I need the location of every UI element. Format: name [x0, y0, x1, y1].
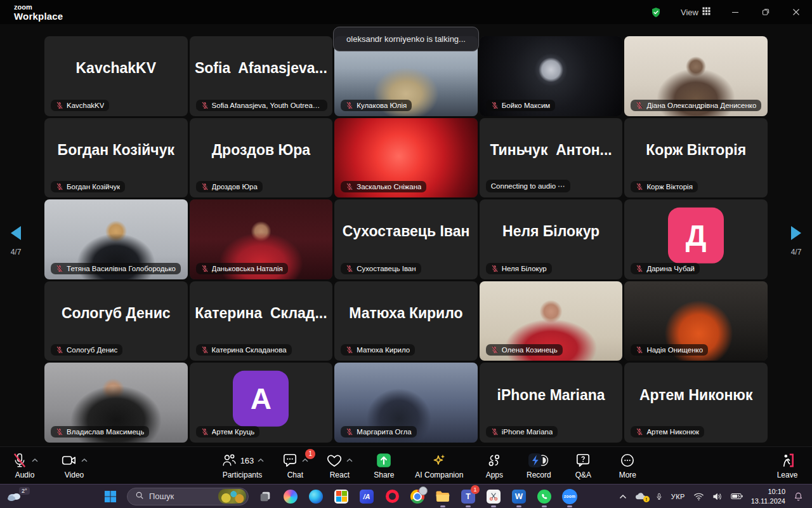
- search-icon: [135, 491, 144, 502]
- audio-chevron-icon[interactable]: [32, 458, 38, 462]
- video-button[interactable]: Video: [61, 452, 88, 479]
- taskbar-file-explorer-icon[interactable]: [434, 487, 452, 506]
- taskbar-edge-icon[interactable]: [307, 487, 325, 506]
- minimize-button[interactable]: [730, 6, 741, 18]
- participant-name: Артем Никонюк: [624, 363, 768, 427]
- participant-label-text: Даньковська Наталія: [212, 265, 283, 272]
- apps-button[interactable]: Apps: [481, 452, 508, 479]
- language-indicator[interactable]: УКР: [671, 493, 685, 500]
- tray-notification-bell-icon[interactable]: [794, 491, 803, 502]
- taskbar-search-box[interactable]: Пошук: [127, 488, 249, 505]
- participant-tile[interactable]: Матюха КирилоМатюха Кирило: [334, 281, 478, 361]
- participant-label: Сухоставець Іван: [341, 263, 421, 274]
- participant-tile[interactable]: Тетяна Василівна Голобородько: [44, 199, 188, 279]
- react-chevron-icon[interactable]: [346, 458, 353, 462]
- participant-tile[interactable]: KavchakKVKavchakKV: [44, 36, 188, 116]
- taskbar-copilot-icon[interactable]: [282, 487, 299, 506]
- participant-tile[interactable]: Надія Онищенко: [624, 281, 768, 361]
- tray-tray-expand-icon[interactable]: [619, 494, 627, 499]
- participant-tile[interactable]: Тиньчук Антон...Connecting to audio ⋯: [480, 118, 623, 198]
- leave-door-icon: [779, 452, 796, 469]
- chat-label: Chat: [287, 471, 303, 479]
- participant-name: Богдан Козійчук: [44, 118, 188, 183]
- participant-name: Неля Білокур: [480, 199, 623, 264]
- participant-tile[interactable]: Катерина Склад...Катерина Складанова: [190, 281, 333, 361]
- weather-widget[interactable]: 2°: [6, 489, 102, 504]
- participant-label: Неля Білокур: [486, 263, 552, 274]
- view-label: View: [681, 8, 698, 17]
- react-button[interactable]: React: [326, 452, 353, 479]
- participant-tile[interactable]: Сологуб ДенисСологуб Денис: [44, 281, 188, 361]
- search-highlight-image[interactable]: [218, 489, 246, 504]
- participants-button[interactable]: 163Participants: [221, 452, 265, 479]
- share-screen-icon: [376, 452, 392, 469]
- participant-label-text: Сухоставець Іван: [357, 265, 416, 272]
- taskbar-ia-app-icon[interactable]: /A: [358, 487, 376, 506]
- chat-chevron-icon[interactable]: [302, 458, 308, 462]
- video-chevron-icon[interactable]: [81, 458, 88, 462]
- tray-onedrive-status-icon[interactable]: !: [635, 492, 647, 500]
- participant-avatar: Д: [668, 208, 724, 264]
- participant-label: Матюха Кирило: [341, 344, 415, 356]
- leave-button[interactable]: Leave: [774, 452, 801, 479]
- taskbar-teams-icon[interactable]: T1: [459, 487, 477, 506]
- more-button[interactable]: More: [614, 452, 641, 479]
- taskbar-snipping-tool-icon[interactable]: [485, 487, 502, 506]
- participant-tile[interactable]: Артем НиконюкАртем Никонюк: [624, 363, 768, 443]
- taskbar-opera-icon[interactable]: [383, 487, 401, 506]
- participant-tile[interactable]: Діана Олександрівна Денисенко: [624, 36, 768, 116]
- participant-tile[interactable]: Маргарита Огла: [334, 363, 478, 443]
- participant-tile[interactable]: iPhone MarianaiPhone Mariana: [480, 363, 623, 443]
- participant-tile[interactable]: Сухоставець ІванСухоставець Іван: [334, 199, 478, 279]
- tray-volume-status-icon[interactable]: [712, 492, 723, 501]
- participants-chevron-icon[interactable]: [258, 458, 264, 462]
- participant-tile[interactable]: Бойко Максим: [480, 36, 623, 116]
- participant-label: Діана Олександрівна Денисенко: [631, 100, 761, 111]
- participant-tile[interactable]: Олена Козинець: [480, 281, 623, 361]
- audio-button[interactable]: Audio: [11, 452, 38, 479]
- taskbar-task-view-icon[interactable]: [256, 487, 274, 506]
- maximize-button[interactable]: [760, 6, 771, 18]
- security-shield-icon[interactable]: [650, 6, 662, 18]
- ai-companion-button[interactable]: AI Companion: [415, 452, 463, 479]
- participant-label-text: Сологуб Денис: [67, 346, 117, 354]
- talking-notification-text: oleksandr korniyenko is talking...: [346, 34, 466, 44]
- participant-tile[interactable]: Владислав Максимець: [44, 363, 188, 443]
- view-button[interactable]: View: [681, 7, 710, 17]
- participant-tile[interactable]: Даньковська Наталія: [190, 199, 333, 279]
- participant-tile[interactable]: Богдан КозійчукБогдан Козійчук: [44, 118, 188, 198]
- participant-tile[interactable]: Sofia Afanasjeva...Sofia Afanasjeva, You…: [190, 36, 333, 116]
- participant-tile[interactable]: ДДарина Чубай: [624, 199, 768, 279]
- chat-button[interactable]: 1Chat: [282, 452, 308, 479]
- participant-tile[interactable]: Заскалько Сніжана: [334, 118, 478, 198]
- tray-battery-status-icon[interactable]: [731, 492, 743, 500]
- taskbar-whatsapp-icon[interactable]: [535, 487, 553, 506]
- participant-tile[interactable]: Неля БілокурНеля Білокур: [480, 199, 623, 279]
- tray-wifi-status-icon[interactable]: [693, 492, 704, 501]
- tray-microphone-status-icon[interactable]: [655, 491, 663, 502]
- participant-tile[interactable]: Дроздов ЮраДроздов Юра: [190, 118, 333, 198]
- participant-tile[interactable]: ААртем Круць: [190, 363, 333, 443]
- ai-sparkle-icon: [431, 452, 447, 469]
- prev-page-arrow-icon: [8, 225, 23, 243]
- participant-tile[interactable]: Корж ВікторіяКорж Вікторія: [624, 118, 768, 198]
- muted-mic-icon: [491, 102, 499, 109]
- prev-page-button[interactable]: 4/7: [8, 225, 23, 257]
- close-button[interactable]: [790, 6, 802, 18]
- participant-name: Тиньчук Антон...: [480, 118, 623, 183]
- share-button[interactable]: Share: [370, 452, 397, 479]
- participants-icon: [221, 452, 237, 469]
- taskbar-zoom-app-icon[interactable]: zoom: [561, 487, 579, 506]
- muted-mic-icon: [636, 346, 643, 354]
- next-page-button[interactable]: 4/7: [789, 225, 804, 257]
- qa-button[interactable]: Q&A: [570, 452, 596, 479]
- taskbar-word-icon[interactable]: W: [510, 487, 528, 506]
- taskbar-clock[interactable]: 10:1013.11.2024: [751, 487, 785, 505]
- participants-icon-row: 163: [221, 452, 265, 469]
- muted-mic-icon: [346, 428, 353, 436]
- taskbar-chrome-icon[interactable]: [409, 487, 426, 506]
- record-button[interactable]: Record: [525, 452, 552, 479]
- taskbar-microsoft-store-icon[interactable]: [332, 487, 350, 506]
- taskbar-start-icon[interactable]: [102, 487, 119, 506]
- participants-label: Participants: [223, 471, 263, 479]
